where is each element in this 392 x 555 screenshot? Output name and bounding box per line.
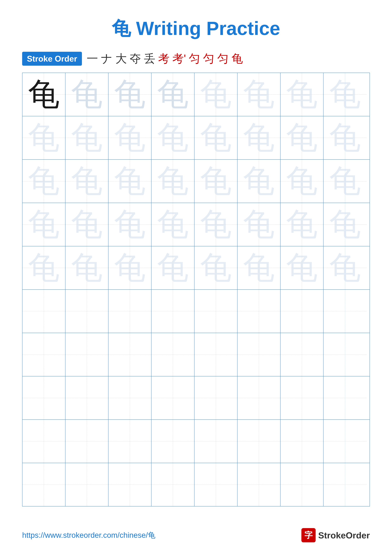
grid-cell[interactable] (237, 290, 280, 333)
grid-cell[interactable] (22, 376, 65, 419)
grid-cell[interactable]: 龟 (108, 116, 151, 159)
grid-cell[interactable] (108, 463, 151, 506)
stroke-11: 龟 (231, 51, 243, 66)
practice-char: 龟 (243, 209, 275, 240)
grid-cell[interactable]: 龟 (194, 116, 237, 159)
grid-cell[interactable] (280, 463, 324, 506)
grid-cell[interactable]: 龟 (280, 73, 324, 116)
grid-cell[interactable] (237, 376, 280, 419)
grid-cell[interactable]: 龟 (22, 203, 65, 246)
grid-cell[interactable] (151, 420, 194, 463)
practice-char: 龟 (71, 122, 103, 154)
grid-row: 龟龟龟龟龟龟龟龟 (22, 246, 370, 290)
grid-cell[interactable] (324, 463, 367, 506)
grid-cell[interactable]: 龟 (65, 73, 108, 116)
grid-cell[interactable] (108, 333, 151, 376)
grid-cell[interactable] (65, 376, 108, 419)
footer-url: https://www.strokeorder.com/chinese/龟 (22, 530, 156, 540)
grid-cell[interactable] (65, 420, 108, 463)
grid-cell[interactable] (151, 463, 194, 506)
grid-cell[interactable] (151, 333, 194, 376)
grid-cell[interactable]: 龟 (280, 160, 324, 203)
grid-cell[interactable]: 龟 (194, 246, 237, 289)
grid-cell[interactable]: 龟 (22, 246, 65, 289)
grid-cell[interactable] (280, 376, 324, 419)
grid-cell[interactable]: 龟 (280, 246, 324, 289)
grid-cell[interactable]: 龟 (65, 203, 108, 246)
grid-cell[interactable] (324, 290, 367, 333)
grid-cell[interactable] (194, 290, 237, 333)
grid-cell[interactable]: 龟 (237, 116, 280, 159)
grid-cell[interactable] (324, 420, 367, 463)
grid-cell[interactable]: 龟 (108, 246, 151, 289)
grid-cell[interactable] (22, 290, 65, 333)
grid-cell[interactable]: 龟 (151, 203, 194, 246)
grid-cell[interactable] (65, 333, 108, 376)
title-text: 龟 Writing Practice (112, 18, 280, 39)
grid-cell[interactable] (108, 376, 151, 419)
grid-cell[interactable] (194, 463, 237, 506)
grid-cell[interactable] (237, 463, 280, 506)
grid-cell[interactable]: 龟 (280, 203, 324, 246)
grid-cell[interactable]: 龟 (324, 116, 367, 159)
grid-cell[interactable]: 龟 (65, 160, 108, 203)
grid-cell[interactable] (108, 290, 151, 333)
grid-cell[interactable] (108, 420, 151, 463)
grid-cell[interactable]: 龟 (324, 203, 367, 246)
grid-cell[interactable]: 龟 (151, 116, 194, 159)
grid-cell[interactable] (194, 333, 237, 376)
grid-cell[interactable]: 龟 (151, 246, 194, 289)
grid-cell[interactable] (65, 463, 108, 506)
stroke-9: 匀 (203, 51, 214, 66)
grid-cell[interactable]: 龟 (324, 73, 367, 116)
grid-cell[interactable]: 龟 (65, 246, 108, 289)
grid-cell[interactable] (151, 290, 194, 333)
stroke-order-badge: Stroke Order (22, 52, 82, 66)
grid-cell[interactable] (151, 376, 194, 419)
practice-char: 龟 (243, 252, 275, 284)
grid-cell[interactable]: 龟 (22, 73, 65, 116)
grid-cell[interactable]: 龟 (22, 160, 65, 203)
grid-cell[interactable] (65, 290, 108, 333)
logo-icon: 字 (301, 528, 316, 542)
practice-char: 龟 (114, 122, 146, 154)
grid-cell[interactable] (22, 333, 65, 376)
grid-cell[interactable] (280, 333, 324, 376)
grid-cell[interactable]: 龟 (237, 73, 280, 116)
grid-cell[interactable] (324, 333, 367, 376)
grid-cell[interactable]: 龟 (194, 203, 237, 246)
grid-row: 龟龟龟龟龟龟龟龟 (22, 203, 370, 246)
grid-cell[interactable]: 龟 (194, 73, 237, 116)
grid-cell[interactable]: 龟 (194, 160, 237, 203)
grid-cell[interactable]: 龟 (108, 73, 151, 116)
practice-char: 龟 (157, 79, 189, 110)
grid-cell[interactable]: 龟 (65, 116, 108, 159)
grid-cell[interactable] (324, 376, 367, 419)
grid-cell[interactable] (22, 420, 65, 463)
grid-cell[interactable] (237, 333, 280, 376)
grid-cell[interactable]: 龟 (324, 246, 367, 289)
grid-cell[interactable]: 龟 (151, 160, 194, 203)
practice-char: 龟 (114, 209, 146, 240)
grid-cell[interactable]: 龟 (108, 203, 151, 246)
grid-cell[interactable] (194, 376, 237, 419)
practice-char: 龟 (286, 79, 318, 110)
grid-cell[interactable] (22, 463, 65, 506)
practice-char: 龟 (286, 165, 318, 197)
stroke-7: 考' (172, 51, 186, 66)
grid-cell[interactable]: 龟 (151, 73, 194, 116)
grid-cell[interactable]: 龟 (237, 160, 280, 203)
stroke-1: 一 (87, 51, 98, 66)
grid-cell[interactable]: 龟 (280, 116, 324, 159)
grid-cell[interactable] (280, 290, 324, 333)
grid-cell[interactable] (280, 420, 324, 463)
practice-grid[interactable]: 龟龟龟龟龟龟龟龟龟龟龟龟龟龟龟龟龟龟龟龟龟龟龟龟龟龟龟龟龟龟龟龟龟龟龟龟龟龟龟龟 (22, 73, 370, 506)
grid-cell[interactable] (237, 420, 280, 463)
grid-cell[interactable]: 龟 (237, 246, 280, 289)
grid-cell[interactable]: 龟 (22, 116, 65, 159)
grid-cell[interactable]: 龟 (237, 203, 280, 246)
grid-cell[interactable]: 龟 (324, 160, 367, 203)
grid-cell[interactable]: 龟 (108, 160, 151, 203)
grid-row (22, 420, 370, 463)
grid-cell[interactable] (194, 420, 237, 463)
